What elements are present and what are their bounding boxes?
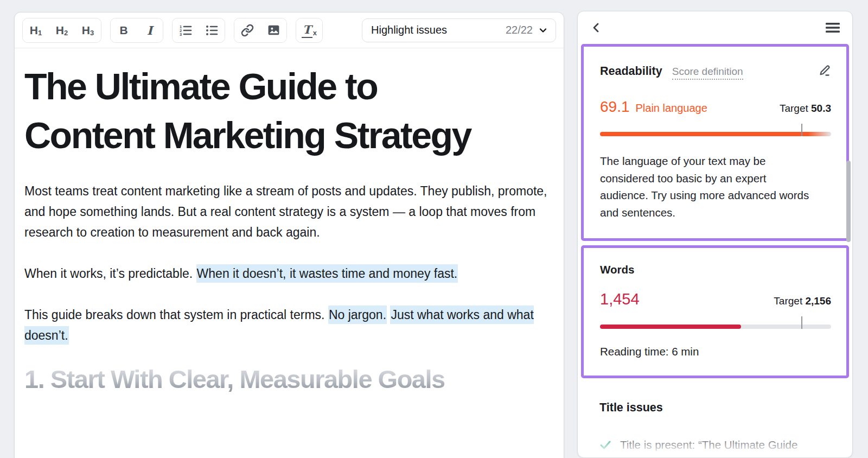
text-segment: When it works, it’s predictable. <box>24 266 196 281</box>
heading-button-group: H1 H2 H3 <box>22 18 101 43</box>
h2-sub: 2 <box>64 29 68 37</box>
readability-target: Target 50.3 <box>780 103 831 114</box>
bar-fill <box>600 132 831 136</box>
editor-toolbar: H1 H2 H3 B I 123 <box>15 12 564 48</box>
title-issue-item: Title is present: “The Ultimate Guide to… <box>599 436 833 458</box>
readability-target-value: 50.3 <box>811 103 831 114</box>
words-card: Words 1,454 Target 2,156 Reading time: 6… <box>581 245 849 378</box>
paragraph: Most teams treat content marketing like … <box>24 181 553 243</box>
pencil-icon <box>818 64 831 77</box>
paragraph: When it works, it’s predictable. When it… <box>24 263 553 284</box>
words-target-label: Target <box>774 295 802 307</box>
readability-progress-bar <box>600 132 831 136</box>
panel-scrollbar-thumb[interactable] <box>846 161 851 242</box>
h1-label: H <box>30 24 38 37</box>
reading-time: Reading time: 6 min <box>600 345 831 358</box>
chevron-left-icon <box>591 22 602 34</box>
clear-format-group: Tx <box>296 18 323 43</box>
readability-title: Readability <box>600 65 662 78</box>
format-button-group: B I <box>110 18 163 43</box>
chevron-down-icon <box>538 26 548 35</box>
words-target-value: 2,156 <box>805 295 831 307</box>
italic-button[interactable]: I <box>137 18 163 42</box>
title-issues-heading: Title issues <box>599 401 833 415</box>
document-next-heading: 1. Start With Clear, Measurable Goals <box>24 364 554 394</box>
h1-sub: 1 <box>38 29 42 37</box>
issue-highlight[interactable]: No jargon. <box>328 306 387 324</box>
h2-button[interactable]: H2 <box>49 18 75 42</box>
readability-description: The language of your text may be conside… <box>600 152 812 221</box>
bold-icon: B <box>119 24 127 37</box>
h3-label: H <box>82 24 90 37</box>
insert-button-group <box>234 18 287 43</box>
back-button[interactable] <box>591 22 602 34</box>
bullet-list-button[interactable] <box>199 18 225 42</box>
assistant-panel: Readability Score definition 69.1 Plain … <box>577 11 853 458</box>
editor-card: H1 H2 H3 B I 123 <box>14 12 564 458</box>
target-tick <box>801 124 802 136</box>
clear-formatting-sub: x <box>313 29 317 37</box>
image-button[interactable] <box>260 18 286 42</box>
highlight-issues-label: Highlight issues <box>371 24 447 36</box>
words-progress-bar <box>600 325 831 329</box>
document-editing-area[interactable]: The Ultimate Guide to Content Marketing … <box>15 48 564 394</box>
readability-score: 69.1 <box>600 98 630 116</box>
document-title: The Ultimate Guide to Content Marketing … <box>24 62 499 160</box>
words-title: Words <box>600 263 831 276</box>
image-icon <box>267 23 280 37</box>
check-icon <box>599 439 611 451</box>
text-segment: Most teams treat content marketing like … <box>24 184 547 239</box>
readability-target-label: Target <box>780 103 808 114</box>
clear-formatting-icon: T <box>302 23 312 38</box>
ordered-list-button[interactable]: 123 <box>173 18 199 42</box>
panel-header <box>578 11 852 44</box>
hamburger-icon <box>825 22 840 34</box>
title-issues-section: Title issues Title is present: “The Ulti… <box>578 383 852 458</box>
highlight-issues-dropdown[interactable]: Highlight issues 22/22 <box>362 18 556 42</box>
bold-button[interactable]: B <box>111 18 137 42</box>
menu-button[interactable] <box>825 22 840 34</box>
word-count: 1,454 <box>600 290 640 308</box>
italic-icon: I <box>147 23 152 37</box>
title-issue-text: Title is present: “The Ultimate Guide to… <box>620 436 810 458</box>
ordered-list-icon: 123 <box>178 23 193 37</box>
text-segment: This guide breaks down that system in pr… <box>24 308 328 322</box>
bullet-list-icon <box>205 23 219 37</box>
edit-target-button[interactable] <box>818 64 831 77</box>
h1-button[interactable]: H1 <box>23 18 49 42</box>
issue-highlight[interactable]: When it doesn’t, it wastes time and mone… <box>196 264 458 283</box>
readability-card: Readability Score definition 69.1 Plain … <box>581 44 849 241</box>
link-icon <box>241 24 254 37</box>
h2-label: H <box>56 24 64 37</box>
link-button[interactable] <box>234 18 260 42</box>
score-definition-link[interactable]: Score definition <box>672 66 743 80</box>
bar-fill <box>600 325 741 329</box>
highlight-issues-count: 22/22 <box>506 24 533 36</box>
svg-text:3: 3 <box>180 31 182 36</box>
paragraph: This guide breaks down that system in pr… <box>24 304 553 346</box>
target-tick <box>801 316 802 329</box>
readability-score-label: Plain language <box>636 102 707 114</box>
h3-sub: 3 <box>90 29 94 37</box>
doc-paragraphs: Most teams treat content marketing like … <box>24 181 554 346</box>
h3-button[interactable]: H3 <box>75 18 101 42</box>
words-target: Target 2,156 <box>774 295 831 307</box>
clear-formatting-button[interactable]: Tx <box>296 18 322 42</box>
list-button-group: 123 <box>172 18 225 43</box>
